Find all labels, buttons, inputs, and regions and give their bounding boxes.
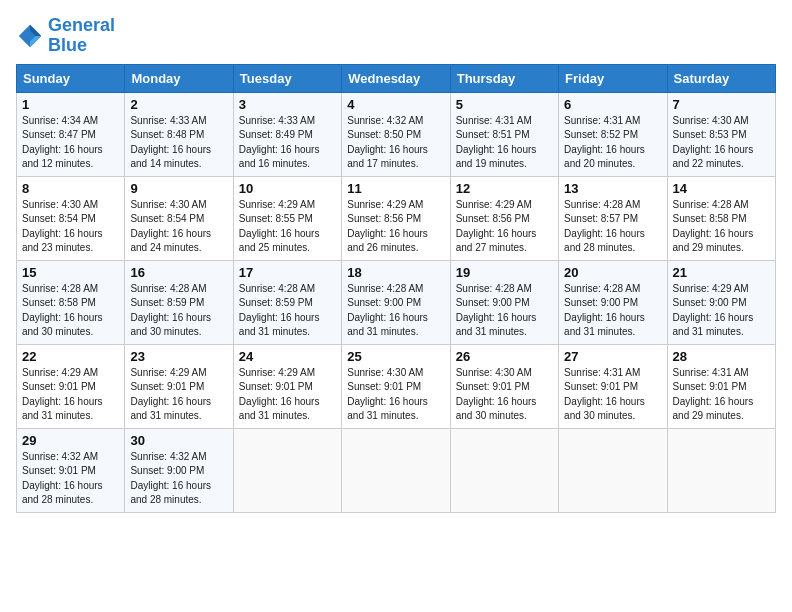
calendar-cell: 4 Sunrise: 4:32 AM Sunset: 8:50 PM Dayli… bbox=[342, 92, 450, 176]
calendar-cell bbox=[667, 428, 775, 512]
calendar-cell: 7 Sunrise: 4:30 AM Sunset: 8:53 PM Dayli… bbox=[667, 92, 775, 176]
day-number: 18 bbox=[347, 265, 444, 280]
logo: General Blue bbox=[16, 16, 115, 56]
day-detail: Sunrise: 4:29 AM Sunset: 8:56 PM Dayligh… bbox=[456, 198, 553, 256]
weekday-header-thursday: Thursday bbox=[450, 64, 558, 92]
calendar-cell: 27 Sunrise: 4:31 AM Sunset: 9:01 PM Dayl… bbox=[559, 344, 667, 428]
weekday-header-tuesday: Tuesday bbox=[233, 64, 341, 92]
day-number: 12 bbox=[456, 181, 553, 196]
calendar-table: SundayMondayTuesdayWednesdayThursdayFrid… bbox=[16, 64, 776, 513]
calendar-week-row: 29 Sunrise: 4:32 AM Sunset: 9:01 PM Dayl… bbox=[17, 428, 776, 512]
day-number: 15 bbox=[22, 265, 119, 280]
calendar-week-row: 1 Sunrise: 4:34 AM Sunset: 8:47 PM Dayli… bbox=[17, 92, 776, 176]
day-detail: Sunrise: 4:30 AM Sunset: 8:54 PM Dayligh… bbox=[22, 198, 119, 256]
day-number: 22 bbox=[22, 349, 119, 364]
calendar-week-row: 8 Sunrise: 4:30 AM Sunset: 8:54 PM Dayli… bbox=[17, 176, 776, 260]
calendar-cell: 2 Sunrise: 4:33 AM Sunset: 8:48 PM Dayli… bbox=[125, 92, 233, 176]
day-number: 19 bbox=[456, 265, 553, 280]
calendar-cell: 22 Sunrise: 4:29 AM Sunset: 9:01 PM Dayl… bbox=[17, 344, 125, 428]
day-detail: Sunrise: 4:29 AM Sunset: 9:01 PM Dayligh… bbox=[130, 366, 227, 424]
day-number: 29 bbox=[22, 433, 119, 448]
calendar-cell: 8 Sunrise: 4:30 AM Sunset: 8:54 PM Dayli… bbox=[17, 176, 125, 260]
calendar-cell: 25 Sunrise: 4:30 AM Sunset: 9:01 PM Dayl… bbox=[342, 344, 450, 428]
calendar-cell: 26 Sunrise: 4:30 AM Sunset: 9:01 PM Dayl… bbox=[450, 344, 558, 428]
day-number: 21 bbox=[673, 265, 770, 280]
day-number: 14 bbox=[673, 181, 770, 196]
day-detail: Sunrise: 4:28 AM Sunset: 9:00 PM Dayligh… bbox=[564, 282, 661, 340]
calendar-cell: 17 Sunrise: 4:28 AM Sunset: 8:59 PM Dayl… bbox=[233, 260, 341, 344]
day-detail: Sunrise: 4:30 AM Sunset: 8:54 PM Dayligh… bbox=[130, 198, 227, 256]
day-number: 6 bbox=[564, 97, 661, 112]
day-number: 30 bbox=[130, 433, 227, 448]
day-number: 2 bbox=[130, 97, 227, 112]
day-detail: Sunrise: 4:28 AM Sunset: 8:58 PM Dayligh… bbox=[22, 282, 119, 340]
day-detail: Sunrise: 4:30 AM Sunset: 9:01 PM Dayligh… bbox=[456, 366, 553, 424]
day-detail: Sunrise: 4:32 AM Sunset: 9:01 PM Dayligh… bbox=[22, 450, 119, 508]
weekday-header-monday: Monday bbox=[125, 64, 233, 92]
calendar-cell: 12 Sunrise: 4:29 AM Sunset: 8:56 PM Dayl… bbox=[450, 176, 558, 260]
calendar-week-row: 15 Sunrise: 4:28 AM Sunset: 8:58 PM Dayl… bbox=[17, 260, 776, 344]
day-number: 28 bbox=[673, 349, 770, 364]
calendar-cell: 9 Sunrise: 4:30 AM Sunset: 8:54 PM Dayli… bbox=[125, 176, 233, 260]
day-number: 5 bbox=[456, 97, 553, 112]
calendar-cell: 23 Sunrise: 4:29 AM Sunset: 9:01 PM Dayl… bbox=[125, 344, 233, 428]
calendar-cell bbox=[233, 428, 341, 512]
calendar-cell bbox=[450, 428, 558, 512]
day-number: 11 bbox=[347, 181, 444, 196]
day-number: 24 bbox=[239, 349, 336, 364]
logo-icon bbox=[16, 22, 44, 50]
day-detail: Sunrise: 4:28 AM Sunset: 8:57 PM Dayligh… bbox=[564, 198, 661, 256]
calendar-cell: 29 Sunrise: 4:32 AM Sunset: 9:01 PM Dayl… bbox=[17, 428, 125, 512]
day-detail: Sunrise: 4:32 AM Sunset: 9:00 PM Dayligh… bbox=[130, 450, 227, 508]
day-number: 13 bbox=[564, 181, 661, 196]
calendar-cell: 19 Sunrise: 4:28 AM Sunset: 9:00 PM Dayl… bbox=[450, 260, 558, 344]
day-detail: Sunrise: 4:30 AM Sunset: 9:01 PM Dayligh… bbox=[347, 366, 444, 424]
day-detail: Sunrise: 4:28 AM Sunset: 8:59 PM Dayligh… bbox=[239, 282, 336, 340]
calendar-cell: 18 Sunrise: 4:28 AM Sunset: 9:00 PM Dayl… bbox=[342, 260, 450, 344]
day-number: 4 bbox=[347, 97, 444, 112]
day-detail: Sunrise: 4:29 AM Sunset: 9:01 PM Dayligh… bbox=[22, 366, 119, 424]
calendar-cell: 10 Sunrise: 4:29 AM Sunset: 8:55 PM Dayl… bbox=[233, 176, 341, 260]
day-number: 3 bbox=[239, 97, 336, 112]
calendar-cell bbox=[559, 428, 667, 512]
day-detail: Sunrise: 4:28 AM Sunset: 8:58 PM Dayligh… bbox=[673, 198, 770, 256]
day-number: 17 bbox=[239, 265, 336, 280]
day-number: 16 bbox=[130, 265, 227, 280]
calendar-cell bbox=[342, 428, 450, 512]
weekday-header-sunday: Sunday bbox=[17, 64, 125, 92]
day-number: 20 bbox=[564, 265, 661, 280]
calendar-cell: 14 Sunrise: 4:28 AM Sunset: 8:58 PM Dayl… bbox=[667, 176, 775, 260]
day-detail: Sunrise: 4:28 AM Sunset: 9:00 PM Dayligh… bbox=[456, 282, 553, 340]
day-detail: Sunrise: 4:29 AM Sunset: 8:56 PM Dayligh… bbox=[347, 198, 444, 256]
calendar-cell: 15 Sunrise: 4:28 AM Sunset: 8:58 PM Dayl… bbox=[17, 260, 125, 344]
calendar-cell: 20 Sunrise: 4:28 AM Sunset: 9:00 PM Dayl… bbox=[559, 260, 667, 344]
day-number: 27 bbox=[564, 349, 661, 364]
day-number: 26 bbox=[456, 349, 553, 364]
day-number: 1 bbox=[22, 97, 119, 112]
page-header: General Blue bbox=[16, 16, 776, 56]
day-detail: Sunrise: 4:31 AM Sunset: 9:01 PM Dayligh… bbox=[673, 366, 770, 424]
day-detail: Sunrise: 4:28 AM Sunset: 9:00 PM Dayligh… bbox=[347, 282, 444, 340]
weekday-header-saturday: Saturday bbox=[667, 64, 775, 92]
calendar-cell: 16 Sunrise: 4:28 AM Sunset: 8:59 PM Dayl… bbox=[125, 260, 233, 344]
day-number: 7 bbox=[673, 97, 770, 112]
day-detail: Sunrise: 4:32 AM Sunset: 8:50 PM Dayligh… bbox=[347, 114, 444, 172]
day-detail: Sunrise: 4:29 AM Sunset: 9:01 PM Dayligh… bbox=[239, 366, 336, 424]
calendar-cell: 30 Sunrise: 4:32 AM Sunset: 9:00 PM Dayl… bbox=[125, 428, 233, 512]
day-detail: Sunrise: 4:34 AM Sunset: 8:47 PM Dayligh… bbox=[22, 114, 119, 172]
calendar-cell: 21 Sunrise: 4:29 AM Sunset: 9:00 PM Dayl… bbox=[667, 260, 775, 344]
calendar-cell: 6 Sunrise: 4:31 AM Sunset: 8:52 PM Dayli… bbox=[559, 92, 667, 176]
day-number: 23 bbox=[130, 349, 227, 364]
day-detail: Sunrise: 4:33 AM Sunset: 8:49 PM Dayligh… bbox=[239, 114, 336, 172]
logo-text: General Blue bbox=[48, 16, 115, 56]
day-detail: Sunrise: 4:29 AM Sunset: 9:00 PM Dayligh… bbox=[673, 282, 770, 340]
day-detail: Sunrise: 4:33 AM Sunset: 8:48 PM Dayligh… bbox=[130, 114, 227, 172]
day-number: 8 bbox=[22, 181, 119, 196]
calendar-cell: 5 Sunrise: 4:31 AM Sunset: 8:51 PM Dayli… bbox=[450, 92, 558, 176]
day-detail: Sunrise: 4:28 AM Sunset: 8:59 PM Dayligh… bbox=[130, 282, 227, 340]
weekday-header-wednesday: Wednesday bbox=[342, 64, 450, 92]
weekday-header-friday: Friday bbox=[559, 64, 667, 92]
calendar-cell: 1 Sunrise: 4:34 AM Sunset: 8:47 PM Dayli… bbox=[17, 92, 125, 176]
day-detail: Sunrise: 4:31 AM Sunset: 9:01 PM Dayligh… bbox=[564, 366, 661, 424]
calendar-cell: 13 Sunrise: 4:28 AM Sunset: 8:57 PM Dayl… bbox=[559, 176, 667, 260]
